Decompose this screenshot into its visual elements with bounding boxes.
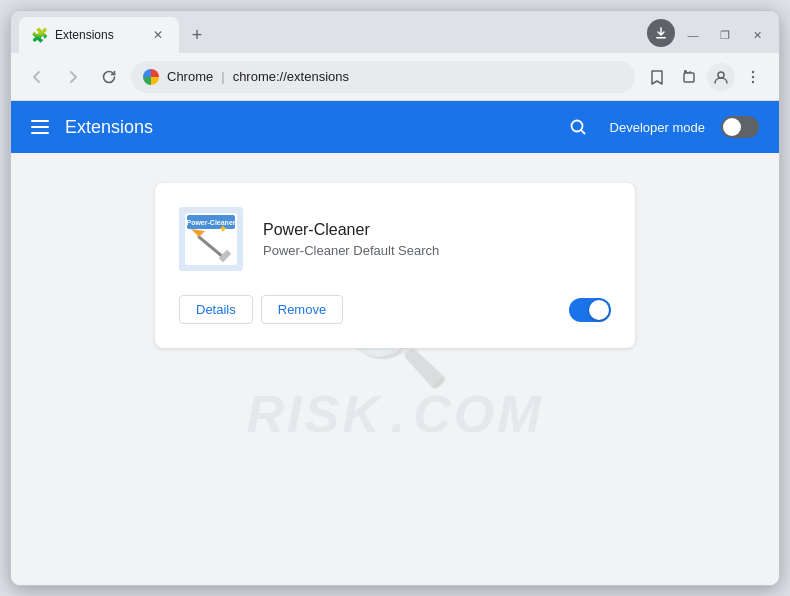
extension-icon: Power-Cleaner ✦ xyxy=(179,207,243,271)
forward-button[interactable] xyxy=(59,63,87,91)
hamburger-line-2 xyxy=(31,126,49,128)
address-bar[interactable]: Chrome | chrome://extensions xyxy=(131,61,635,93)
extensions-page-title: Extensions xyxy=(65,117,546,138)
title-bar: 🧩 Extensions ✕ + — ❐ ✕ xyxy=(11,11,779,53)
toolbar-actions xyxy=(643,63,767,91)
svg-text:✦: ✦ xyxy=(218,222,228,236)
bookmark-icon xyxy=(649,69,665,85)
forward-icon xyxy=(65,69,81,85)
active-tab[interactable]: 🧩 Extensions ✕ xyxy=(19,17,179,53)
svg-point-2 xyxy=(718,72,724,78)
svg-point-4 xyxy=(752,75,754,77)
downloads-icon xyxy=(654,26,668,40)
svg-point-5 xyxy=(752,80,754,82)
extension-card-bottom: Details Remove xyxy=(179,295,611,324)
back-button[interactable] xyxy=(23,63,51,91)
details-button[interactable]: Details xyxy=(179,295,253,324)
tab-favicon-icon: 🧩 xyxy=(31,27,47,43)
watermark-text: RISK xyxy=(246,384,382,444)
main-content: 🔍 RISK . COM Power-Cleaner xyxy=(11,153,779,585)
extension-enabled-toggle[interactable] xyxy=(569,298,611,322)
extension-card: Power-Cleaner ✦ Power-Cleaner Power-Clea… xyxy=(155,183,635,348)
developer-mode-toggle[interactable] xyxy=(721,116,759,138)
extension-info: Power-Cleaner Power-Cleaner Default Sear… xyxy=(263,221,611,258)
watermark-com: COM xyxy=(413,384,543,444)
profile-button[interactable] xyxy=(707,63,735,91)
hamburger-line-1 xyxy=(31,120,49,122)
reload-icon xyxy=(101,69,117,85)
extensions-toolbar-button[interactable] xyxy=(675,63,703,91)
more-icon xyxy=(745,69,761,85)
bookmark-button[interactable] xyxy=(643,63,671,91)
watermark-dot: . xyxy=(391,384,405,444)
extensions-header: Extensions Developer mode xyxy=(11,101,779,153)
maximize-button[interactable]: ❐ xyxy=(711,25,739,45)
watermark-text-row: RISK . COM xyxy=(246,384,543,444)
extension-name: Power-Cleaner xyxy=(263,221,611,239)
search-button[interactable] xyxy=(562,111,594,143)
svg-text:Power-Cleaner: Power-Cleaner xyxy=(186,219,235,226)
menu-button[interactable] xyxy=(739,63,767,91)
svg-point-3 xyxy=(752,70,754,72)
search-icon xyxy=(568,117,588,137)
puzzle-icon xyxy=(681,69,697,85)
address-path: chrome://extensions xyxy=(233,69,349,84)
tab-strip: 🧩 Extensions ✕ + xyxy=(19,17,647,53)
reload-button[interactable] xyxy=(95,63,123,91)
hamburger-menu-button[interactable] xyxy=(31,120,49,134)
developer-mode-label: Developer mode xyxy=(610,120,705,135)
hamburger-line-3 xyxy=(31,132,49,134)
profile-icon xyxy=(713,69,729,85)
downloads-button[interactable] xyxy=(647,19,675,47)
close-button[interactable]: ✕ xyxy=(743,25,771,45)
back-icon xyxy=(29,69,45,85)
toolbar: Chrome | chrome://extensions xyxy=(11,53,779,101)
window-controls: — ❐ ✕ xyxy=(679,25,771,45)
power-cleaner-icon-svg: Power-Cleaner ✦ xyxy=(179,207,243,271)
address-divider: | xyxy=(221,69,224,84)
chrome-icon xyxy=(143,69,159,85)
new-tab-button[interactable]: + xyxy=(183,21,211,49)
extension-description: Power-Cleaner Default Search xyxy=(263,243,611,258)
browser-window: 🧩 Extensions ✕ + — ❐ ✕ xyxy=(10,10,780,586)
minimize-button[interactable]: — xyxy=(679,25,707,45)
tab-close-button[interactable]: ✕ xyxy=(149,26,167,44)
remove-button[interactable]: Remove xyxy=(261,295,343,324)
svg-rect-0 xyxy=(656,37,666,39)
extension-card-top: Power-Cleaner ✦ Power-Cleaner Power-Clea… xyxy=(179,207,611,271)
svg-rect-1 xyxy=(684,73,694,82)
address-domain: Chrome xyxy=(167,69,213,84)
tab-title: Extensions xyxy=(55,28,141,42)
